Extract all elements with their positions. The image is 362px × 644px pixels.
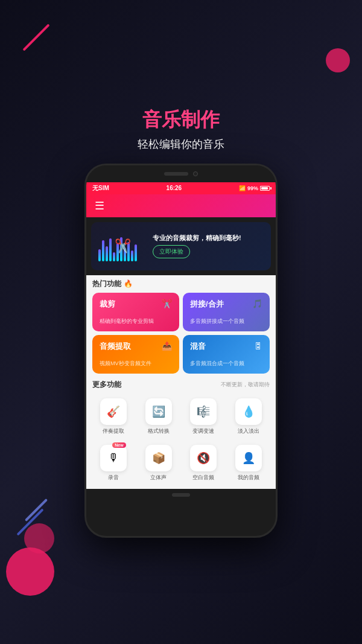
- bg-decoration-circle-pink: [6, 547, 54, 596]
- wave-bar: [98, 249, 101, 261]
- more-section-note: 不断更新，敬请期待: [221, 381, 270, 389]
- hot-card-merge-label: 拼接/合并: [190, 299, 224, 310]
- myaudio-label: 我的音频: [238, 474, 259, 482]
- phone-frame: 无SIM 16:26 📶 99% ☰: [84, 164, 278, 538]
- pitch-label: 变调变速: [192, 427, 214, 435]
- fade-icon: 💧: [235, 398, 262, 425]
- extract-icon: 📤: [162, 341, 172, 351]
- banner-title: 专业的音频裁剪，精确到毫秒!: [153, 234, 264, 243]
- hot-card-mix-desc: 多音频混合成一个音频: [190, 360, 262, 368]
- hot-card-extract-label: 音频提取: [100, 341, 131, 352]
- wave-bar: [131, 250, 133, 261]
- crop-icon: ✂️: [162, 299, 172, 308]
- scissors-icon: ✂️: [115, 238, 131, 254]
- banner-try-button[interactable]: 立即体验: [153, 245, 190, 258]
- page-title: 音乐制作: [138, 107, 224, 133]
- format-label: 格式转换: [148, 427, 170, 435]
- wave-bar: [135, 244, 137, 261]
- battery-icon: [260, 186, 270, 191]
- section-header: 热门功能 🔥: [92, 279, 270, 289]
- banner-text: 专业的音频裁剪，精确到毫秒! 立即体验: [153, 234, 264, 258]
- more-item-accompaniment[interactable]: 🎸 伴奏提取: [92, 394, 135, 440]
- status-bar: 无SIM 16:26 📶 99%: [86, 182, 276, 194]
- more-grid-row2: New 🎙 录音 📦 立体声 🔇 空白音频 👤 我的音频: [92, 440, 270, 486]
- hot-card-crop[interactable]: 裁剪 ✂️ 精确到毫秒的专业剪辑: [92, 293, 179, 331]
- myaudio-icon: 👤: [235, 445, 262, 471]
- status-right: 📶 99%: [239, 185, 270, 191]
- more-section-header: 更多功能 不断更新，敬请期待: [92, 380, 270, 390]
- record-icon: 🎙: [100, 445, 127, 471]
- bg-decoration-line-red: [22, 24, 49, 51]
- wave-bar: [109, 238, 112, 261]
- hot-card-merge[interactable]: 拼接/合并 🎵 多音频拼接成一个音频: [183, 293, 270, 331]
- more-section-title: 更多功能: [92, 380, 121, 390]
- carrier-label: 无SIM: [92, 184, 109, 193]
- bg-decoration-circle-pink2: [24, 523, 54, 553]
- page-header: 音乐制作 轻松编辑你的音乐: [138, 107, 224, 151]
- hot-grid: 裁剪 ✂️ 精确到毫秒的专业剪辑 拼接/合并 🎵 多音频拼接成一个音频 音频提取…: [92, 293, 270, 374]
- fade-label: 淡入淡出: [238, 427, 259, 435]
- hot-card-crop-desc: 精确到毫秒的专业剪辑: [100, 317, 172, 325]
- format-icon: 🔄: [145, 398, 172, 425]
- banner: ✂️ 专业的音频裁剪，精确到毫秒! 立即体验: [91, 222, 271, 270]
- more-features-section: 更多功能 不断更新，敬请期待 🎸 伴奏提取 🔄 格式转换 🎼 变调变速 💧 淡入…: [86, 377, 276, 489]
- app-header: ☰: [86, 194, 276, 217]
- wifi-icon: 📶: [239, 185, 246, 191]
- bg-decoration-line-blue2: [25, 499, 48, 521]
- mix-icon: 🎛: [254, 341, 262, 351]
- new-badge: New: [112, 442, 125, 448]
- banner-visual: ✂️: [98, 228, 147, 264]
- time-label: 16:26: [167, 185, 182, 191]
- hot-features-section: 热门功能 🔥 裁剪 ✂️ 精确到毫秒的专业剪辑 拼接/合并 🎵 多音频拼接成一个…: [86, 275, 276, 377]
- more-item-blank[interactable]: 🔇 空白音频: [182, 440, 225, 486]
- battery-label: 99%: [247, 185, 258, 191]
- hot-card-mix-label: 混音: [190, 341, 206, 352]
- more-item-record[interactable]: New 🎙 录音: [92, 440, 135, 486]
- phone-speaker: [164, 172, 188, 176]
- more-item-format[interactable]: 🔄 格式转换: [138, 394, 180, 440]
- more-grid-row1: 🎸 伴奏提取 🔄 格式转换 🎼 变调变速 💧 淡入淡出: [92, 394, 270, 440]
- menu-icon[interactable]: ☰: [95, 200, 104, 211]
- accompaniment-icon: 🎸: [100, 398, 127, 425]
- hot-card-merge-desc: 多音频拼接成一个音频: [190, 317, 262, 325]
- merge-icon: 🎵: [252, 299, 262, 308]
- more-item-stereo[interactable]: 📦 立体声: [138, 440, 180, 486]
- stereo-icon: 📦: [145, 445, 172, 471]
- hot-card-crop-label: 裁剪: [100, 299, 115, 310]
- home-button[interactable]: [172, 493, 190, 497]
- hot-card-extract[interactable]: 音频提取 📤 视频MV秒变音频文件: [92, 335, 179, 374]
- pitch-icon: 🎼: [190, 398, 217, 425]
- more-item-fade[interactable]: 💧 淡入淡出: [227, 394, 270, 440]
- accompaniment-label: 伴奏提取: [103, 427, 124, 435]
- hot-section-title: 热门功能 🔥: [92, 279, 133, 289]
- hot-card-extract-desc: 视频MV秒变音频文件: [100, 360, 172, 368]
- phone-top-bar: [86, 165, 276, 182]
- more-item-myaudio[interactable]: 👤 我的音频: [227, 440, 270, 486]
- stereo-label: 立体声: [150, 474, 167, 482]
- hot-card-mix[interactable]: 混音 🎛 多音频混合成一个音频: [183, 335, 270, 374]
- blank-icon: 🔇: [190, 445, 217, 471]
- blank-label: 空白音频: [192, 474, 214, 482]
- page-subtitle: 轻松编辑你的音乐: [138, 137, 224, 151]
- record-label: 录音: [108, 474, 119, 482]
- wave-bar: [102, 240, 104, 261]
- phone-bottom: [86, 489, 276, 501]
- bg-decoration-dot-pink: [326, 48, 350, 72]
- phone-camera: [193, 171, 198, 176]
- wave-bar: [106, 246, 108, 261]
- more-item-pitch[interactable]: 🎼 变调变速: [182, 394, 225, 440]
